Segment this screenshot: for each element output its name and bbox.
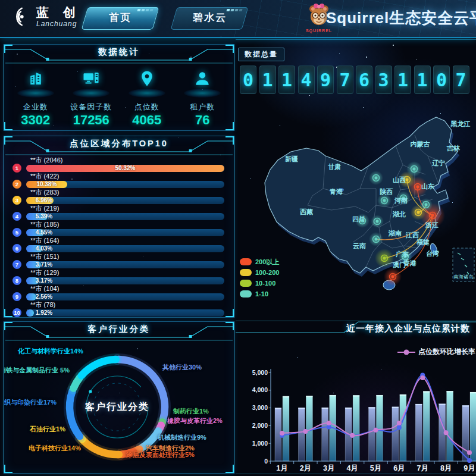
province-label: 吉林 xyxy=(446,145,461,152)
line-marker xyxy=(420,375,425,380)
top10-city-label: **市 (219) xyxy=(30,205,224,212)
top10-city-label: **市 (129) xyxy=(30,269,224,276)
province-label: 江西 xyxy=(405,231,419,239)
inset-label: 南海诸岛 xyxy=(453,274,474,280)
top10-row: **市 (151)73.71% xyxy=(12,253,224,269)
tab-home[interactable]: 首页 xyxy=(82,7,159,30)
stat-label: 企业数 xyxy=(10,102,62,112)
province-label: 青海 xyxy=(329,188,343,195)
province-label: 内蒙古 xyxy=(411,140,430,148)
tab-bishuiyun-label: 碧水云 xyxy=(193,8,227,28)
top10-row: **市 (185)54.55% xyxy=(12,221,224,237)
stat-tenants: 租户数 76 xyxy=(176,67,228,128)
province-label: 浙江 xyxy=(425,221,439,228)
x-tick-label: 9月 xyxy=(464,464,475,472)
icon-glow-base xyxy=(184,89,221,98)
province-label: 黑龙江 xyxy=(450,120,471,127)
top10-row: **市 (283)36.96% xyxy=(12,189,224,205)
province-label: 陕西 xyxy=(380,188,393,195)
bar xyxy=(447,391,453,461)
province-label: 西藏 xyxy=(299,208,313,215)
building-icon xyxy=(27,70,45,87)
province-label: 澳门 xyxy=(393,261,406,268)
icon-glow-base xyxy=(129,89,165,98)
tab-pixel-decoration xyxy=(226,9,242,11)
line-marker xyxy=(350,433,355,438)
bar xyxy=(322,408,328,461)
rank-badge: 3 xyxy=(12,196,21,205)
digit-cell: 3 xyxy=(375,65,392,94)
tab-bishuiyun[interactable]: 碧水云 xyxy=(171,7,249,30)
donut-label: 化工与材料学行业14% xyxy=(18,347,83,356)
monitor-icon xyxy=(82,70,100,87)
industry-donut-panel: 客户行业分类 其他行业30%制药行业1%橡胶与皮革行业2%机械制造行业9%汽车制… xyxy=(4,321,234,474)
counter-label: 数据总量 xyxy=(238,48,284,61)
donut-label: 制药行业1% xyxy=(173,407,209,416)
top10-percent-label: 5.39% xyxy=(36,213,52,220)
donut-label: 其他行业30% xyxy=(162,363,202,372)
province-label: 台湾 xyxy=(426,250,439,257)
x-tick-label: 4月 xyxy=(346,464,358,472)
province-label: 湖南 xyxy=(388,230,402,237)
icon-glow-base xyxy=(17,89,54,98)
line-marker xyxy=(374,428,378,433)
province-label: 河南 xyxy=(394,197,408,204)
top10-row: **市 (219)45.39% xyxy=(12,205,224,221)
stat-value: 76 xyxy=(176,112,228,128)
top10-percent-label: 4.03% xyxy=(36,245,52,252)
bar xyxy=(298,408,305,461)
user-icon xyxy=(193,70,211,87)
rank-badge: 2 xyxy=(12,180,21,189)
rank-badge: 10 xyxy=(12,308,21,317)
top10-bar-track: 6.96% xyxy=(26,197,224,204)
digit-cell: 7 xyxy=(453,65,469,94)
digit-cell: 0 xyxy=(240,65,256,94)
top10-city-label: **市 (151) xyxy=(30,253,224,260)
stats-row: 企业数 3302 设备因子数 17256 xyxy=(4,64,234,128)
tab-home-label: 首页 xyxy=(109,8,131,28)
stats-panel: 数据统计 企业数 3302 xyxy=(4,44,234,131)
y-tick-label: 0 xyxy=(264,458,268,465)
x-tick-label: 6月 xyxy=(393,464,405,472)
rank-badge: 6 xyxy=(12,244,21,253)
top10-percent-label: 4.55% xyxy=(36,229,52,236)
bar xyxy=(423,392,430,461)
stats-panel-header: 数据统计 xyxy=(4,45,234,64)
line-marker xyxy=(467,458,472,463)
china-map[interactable]: 黑龙江内蒙古吉林辽宁新疆甘肃山西山东青海陕西河南西藏四川湖北云南湖南江西浙江福建… xyxy=(236,99,475,315)
stat-label: 设备因子数 xyxy=(65,102,117,112)
stat-sites: 点位数 4065 xyxy=(121,67,173,128)
rank-badge: 7 xyxy=(12,260,21,269)
top10-bar-track: 4.03% xyxy=(26,245,224,252)
map-legend: 200以上100-20010-1001-10 xyxy=(240,258,279,298)
x-tick-label: 1月 xyxy=(276,464,287,472)
province-label: 福建 xyxy=(416,239,430,246)
y-tick-label: 1,000 xyxy=(252,440,268,447)
top10-row: **市 (104)92.56% xyxy=(12,285,224,301)
header: 蓝 创 Lanchuang 首页 碧水云 SQUIRREL Squirrel生态… xyxy=(0,0,476,38)
province-label: 广东 xyxy=(395,250,409,258)
line-marker xyxy=(397,425,402,430)
line-marker xyxy=(444,430,449,435)
logo-text-zh: 蓝 创 xyxy=(36,5,81,20)
x-tick-label: 2月 xyxy=(300,464,311,472)
top10-city-label: **市 (104) xyxy=(30,285,224,292)
donut-label-layer: 其他行业30%制药行业1%橡胶与皮革行业2%机械制造行业9%汽车制造行业2%涂层… xyxy=(4,322,234,473)
province-label: 新疆 xyxy=(284,155,298,162)
province-label: 山东 xyxy=(421,183,434,190)
top10-percent-label: 2.56% xyxy=(36,293,52,300)
legend-label: 1-10 xyxy=(255,290,268,298)
top10-city-label: **市 (422) xyxy=(30,173,224,180)
top10-city-label: **市 (283) xyxy=(30,189,224,196)
top10-bar-fill xyxy=(26,309,34,317)
province-label: 湖北 xyxy=(392,211,406,218)
top10-bar-track: 10.38% xyxy=(26,181,224,188)
donut-label: 钢铁与金属制品行业 5% xyxy=(4,366,70,375)
top10-percent-label: 50.32% xyxy=(115,165,136,172)
digit-cell: 6 xyxy=(356,65,372,94)
province-label: 云南 xyxy=(353,242,366,249)
y-tick-label: 2,000 xyxy=(252,422,268,429)
y-tick-label: 5,000 xyxy=(252,369,268,376)
stat-enterprises: 企业数 3302 xyxy=(10,67,62,128)
stat-value: 17256 xyxy=(65,112,117,128)
